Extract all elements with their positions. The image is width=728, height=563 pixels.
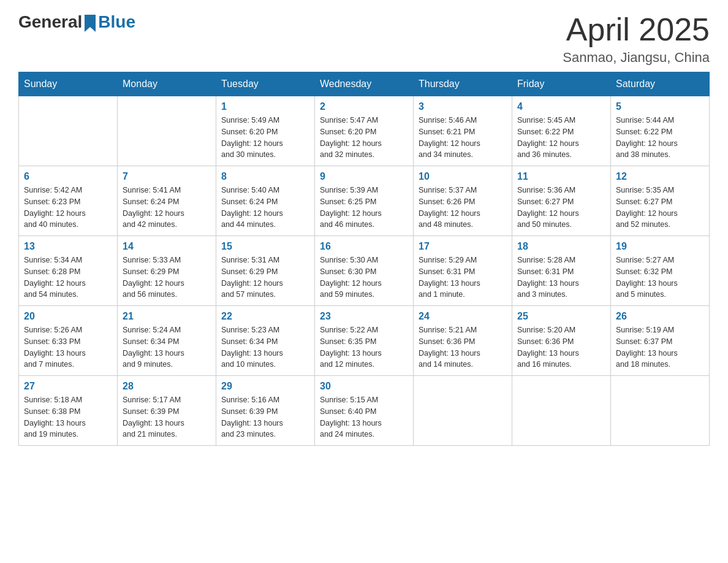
day-info: Sunrise: 5:49 AMSunset: 6:20 PMDaylight:… (221, 115, 309, 161)
day-number: 11 (517, 171, 605, 182)
day-info: Sunrise: 5:41 AMSunset: 6:24 PMDaylight:… (123, 185, 211, 231)
calendar-cell: 20Sunrise: 5:26 AMSunset: 6:33 PMDayligh… (19, 306, 118, 376)
day-info: Sunrise: 5:18 AMSunset: 6:38 PMDaylight:… (24, 394, 112, 440)
day-info: Sunrise: 5:37 AMSunset: 6:26 PMDaylight:… (419, 185, 507, 231)
day-info: Sunrise: 5:28 AMSunset: 6:31 PMDaylight:… (517, 255, 605, 301)
col-header-saturday: Saturday (611, 72, 710, 96)
page-header: General Blue April 2025 Sanmao, Jiangsu,… (18, 12, 710, 66)
day-number: 6 (24, 171, 112, 182)
day-number: 15 (221, 241, 309, 252)
calendar-cell: 3Sunrise: 5:46 AMSunset: 6:21 PMDaylight… (414, 96, 512, 166)
calendar-cell: 24Sunrise: 5:21 AMSunset: 6:36 PMDayligh… (414, 306, 512, 376)
calendar-header-row: SundayMondayTuesdayWednesdayThursdayFrid… (19, 72, 710, 96)
day-number: 22 (221, 311, 309, 322)
day-number: 26 (616, 311, 704, 322)
title-area: April 2025 Sanmao, Jiangsu, China (563, 12, 710, 66)
day-number: 10 (419, 171, 507, 182)
location-subtitle: Sanmao, Jiangsu, China (563, 50, 710, 66)
day-number: 13 (24, 241, 112, 252)
calendar-cell: 10Sunrise: 5:37 AMSunset: 6:26 PMDayligh… (414, 166, 512, 236)
day-info: Sunrise: 5:27 AMSunset: 6:32 PMDaylight:… (616, 255, 704, 301)
calendar-cell (414, 376, 512, 446)
day-number: 4 (517, 101, 605, 112)
calendar-cell (512, 376, 611, 446)
day-number: 19 (616, 241, 704, 252)
calendar-cell: 8Sunrise: 5:40 AMSunset: 6:24 PMDaylight… (216, 166, 315, 236)
logo-general-text: General (18, 12, 82, 32)
day-info: Sunrise: 5:47 AMSunset: 6:20 PMDaylight:… (320, 115, 408, 161)
day-info: Sunrise: 5:46 AMSunset: 6:21 PMDaylight:… (419, 115, 507, 161)
calendar-week-row: 1Sunrise: 5:49 AMSunset: 6:20 PMDaylight… (19, 96, 710, 166)
calendar-cell: 16Sunrise: 5:30 AMSunset: 6:30 PMDayligh… (315, 236, 414, 306)
day-number: 3 (419, 101, 507, 112)
day-info: Sunrise: 5:45 AMSunset: 6:22 PMDaylight:… (517, 115, 605, 161)
calendar-week-row: 6Sunrise: 5:42 AMSunset: 6:23 PMDaylight… (19, 166, 710, 236)
day-info: Sunrise: 5:19 AMSunset: 6:37 PMDaylight:… (616, 324, 704, 370)
calendar-cell: 28Sunrise: 5:17 AMSunset: 6:39 PMDayligh… (118, 376, 216, 446)
calendar-cell: 9Sunrise: 5:39 AMSunset: 6:25 PMDaylight… (315, 166, 414, 236)
calendar-cell: 18Sunrise: 5:28 AMSunset: 6:31 PMDayligh… (512, 236, 611, 306)
col-header-monday: Monday (118, 72, 216, 96)
day-info: Sunrise: 5:34 AMSunset: 6:28 PMDaylight:… (24, 255, 112, 301)
calendar-cell: 13Sunrise: 5:34 AMSunset: 6:28 PMDayligh… (19, 236, 118, 306)
month-title: April 2025 (563, 12, 710, 47)
calendar-cell: 7Sunrise: 5:41 AMSunset: 6:24 PMDaylight… (118, 166, 216, 236)
day-info: Sunrise: 5:24 AMSunset: 6:34 PMDaylight:… (123, 324, 211, 370)
day-info: Sunrise: 5:36 AMSunset: 6:27 PMDaylight:… (517, 185, 605, 231)
calendar-table: SundayMondayTuesdayWednesdayThursdayFrid… (18, 72, 710, 446)
day-number: 8 (221, 171, 309, 182)
day-number: 29 (221, 381, 309, 392)
day-number: 27 (24, 381, 112, 392)
day-info: Sunrise: 5:39 AMSunset: 6:25 PMDaylight:… (320, 185, 408, 231)
day-info: Sunrise: 5:30 AMSunset: 6:30 PMDaylight:… (320, 255, 408, 301)
svg-marker-0 (85, 15, 96, 32)
day-number: 23 (320, 311, 408, 322)
day-info: Sunrise: 5:29 AMSunset: 6:31 PMDaylight:… (419, 255, 507, 301)
day-info: Sunrise: 5:15 AMSunset: 6:40 PMDaylight:… (320, 394, 408, 440)
calendar-cell: 26Sunrise: 5:19 AMSunset: 6:37 PMDayligh… (611, 306, 710, 376)
calendar-cell: 30Sunrise: 5:15 AMSunset: 6:40 PMDayligh… (315, 376, 414, 446)
day-info: Sunrise: 5:26 AMSunset: 6:33 PMDaylight:… (24, 324, 112, 370)
calendar-cell: 19Sunrise: 5:27 AMSunset: 6:32 PMDayligh… (611, 236, 710, 306)
day-info: Sunrise: 5:23 AMSunset: 6:34 PMDaylight:… (221, 324, 309, 370)
calendar-cell: 2Sunrise: 5:47 AMSunset: 6:20 PMDaylight… (315, 96, 414, 166)
day-number: 24 (419, 311, 507, 322)
calendar-cell: 5Sunrise: 5:44 AMSunset: 6:22 PMDaylight… (611, 96, 710, 166)
day-number: 7 (123, 171, 211, 182)
day-info: Sunrise: 5:20 AMSunset: 6:36 PMDaylight:… (517, 324, 605, 370)
day-number: 21 (123, 311, 211, 322)
day-number: 1 (221, 101, 309, 112)
day-info: Sunrise: 5:22 AMSunset: 6:35 PMDaylight:… (320, 324, 408, 370)
day-number: 25 (517, 311, 605, 322)
day-number: 18 (517, 241, 605, 252)
calendar-cell (118, 96, 216, 166)
calendar-cell: 29Sunrise: 5:16 AMSunset: 6:39 PMDayligh… (216, 376, 315, 446)
calendar-cell: 15Sunrise: 5:31 AMSunset: 6:29 PMDayligh… (216, 236, 315, 306)
logo-flag-icon (83, 15, 97, 32)
day-number: 20 (24, 311, 112, 322)
day-info: Sunrise: 5:44 AMSunset: 6:22 PMDaylight:… (616, 115, 704, 161)
calendar-cell: 6Sunrise: 5:42 AMSunset: 6:23 PMDaylight… (19, 166, 118, 236)
col-header-sunday: Sunday (19, 72, 118, 96)
calendar-cell: 17Sunrise: 5:29 AMSunset: 6:31 PMDayligh… (414, 236, 512, 306)
calendar-cell (611, 376, 710, 446)
logo: General Blue (18, 12, 135, 32)
calendar-week-row: 27Sunrise: 5:18 AMSunset: 6:38 PMDayligh… (19, 376, 710, 446)
logo-blue-text: Blue (98, 12, 135, 32)
calendar-cell: 22Sunrise: 5:23 AMSunset: 6:34 PMDayligh… (216, 306, 315, 376)
calendar-cell: 11Sunrise: 5:36 AMSunset: 6:27 PMDayligh… (512, 166, 611, 236)
calendar-cell: 23Sunrise: 5:22 AMSunset: 6:35 PMDayligh… (315, 306, 414, 376)
calendar-week-row: 13Sunrise: 5:34 AMSunset: 6:28 PMDayligh… (19, 236, 710, 306)
col-header-thursday: Thursday (414, 72, 512, 96)
col-header-wednesday: Wednesday (315, 72, 414, 96)
day-info: Sunrise: 5:35 AMSunset: 6:27 PMDaylight:… (616, 185, 704, 231)
calendar-cell: 4Sunrise: 5:45 AMSunset: 6:22 PMDaylight… (512, 96, 611, 166)
day-number: 14 (123, 241, 211, 252)
day-info: Sunrise: 5:16 AMSunset: 6:39 PMDaylight:… (221, 394, 309, 440)
col-header-tuesday: Tuesday (216, 72, 315, 96)
day-info: Sunrise: 5:33 AMSunset: 6:29 PMDaylight:… (123, 255, 211, 301)
day-number: 30 (320, 381, 408, 392)
day-number: 2 (320, 101, 408, 112)
logo-area: General Blue (18, 12, 135, 32)
calendar-cell: 14Sunrise: 5:33 AMSunset: 6:29 PMDayligh… (118, 236, 216, 306)
